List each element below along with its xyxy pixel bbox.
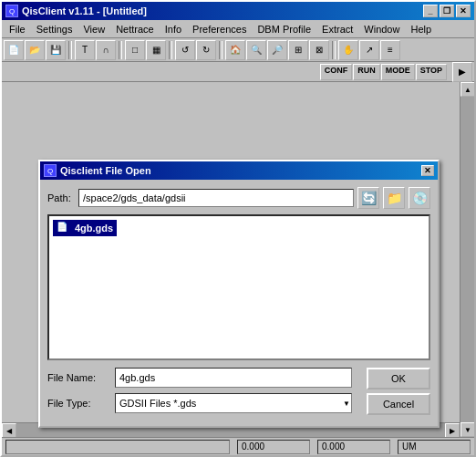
menu-preferences[interactable]: Preferences — [187, 22, 252, 36]
arrow-button[interactable]: ↗ — [359, 40, 379, 60]
drive-button[interactable]: 💿 — [409, 187, 430, 209]
home-button[interactable]: 🏠 — [225, 40, 245, 60]
coord1-value: 0.000 — [242, 441, 264, 452]
file-name-1: 4gb.gds — [75, 223, 113, 234]
extra-button[interactable]: ▶ — [452, 62, 472, 82]
scroll-left-button[interactable]: ◀ — [2, 423, 16, 437]
filetype-row: File Type: GDSII Files *.gds All Files *… — [47, 393, 352, 413]
grid-button[interactable]: ▦ — [146, 40, 166, 60]
menu-view[interactable]: View — [78, 22, 110, 36]
bottom-rows: File Name: File Type: GDSII Files *.gds … — [47, 368, 430, 419]
up-folder-button[interactable]: 📁 — [383, 187, 405, 209]
filetype-select-wrapper: GDSII Files *.gds All Files *.* ▼ — [115, 393, 352, 413]
ok-button[interactable]: OK — [367, 368, 430, 389]
filetype-select[interactable]: GDSII Files *.gds All Files *.* — [115, 393, 352, 413]
vertical-scrollbar[interactable]: ▲ ▼ — [460, 82, 474, 437]
minimize-button[interactable]: _ — [423, 5, 438, 17]
path-row: Path: 🔄 📁 💿 — [47, 187, 430, 209]
scroll-up-button[interactable]: ▲ — [460, 82, 474, 97]
status-bar: 0.000 0.000 UM — [2, 437, 474, 455]
file-item-1[interactable]: 📄 4gb.gds — [53, 220, 117, 236]
open-button[interactable]: 📂 — [25, 40, 45, 60]
arc-button[interactable]: ∩ — [96, 40, 116, 60]
menu-extract[interactable]: Extract — [316, 22, 358, 36]
menu-window[interactable]: Window — [358, 22, 405, 36]
separator-4 — [219, 41, 222, 59]
zoom-out-button[interactable]: 🔎 — [267, 40, 287, 60]
stop-button[interactable]: STOP — [416, 64, 447, 80]
menu-dbm-profile[interactable]: DBM Profile — [252, 22, 316, 36]
separator-2 — [119, 41, 122, 59]
separator-3 — [169, 41, 172, 59]
run-button[interactable]: RUN — [353, 64, 380, 80]
filename-label: File Name: — [47, 372, 111, 383]
undo-button[interactable]: ↺ — [175, 40, 195, 60]
title-bar-left: Q QisClient v1.11 - [Untitled] — [5, 5, 147, 17]
redo-button[interactable]: ↻ — [196, 40, 216, 60]
menu-file[interactable]: File — [4, 22, 31, 36]
menu-nettrace[interactable]: Nettrace — [110, 22, 160, 36]
new-button[interactable]: 📄 — [4, 40, 24, 60]
path-label: Path: — [47, 192, 75, 203]
zoom-fit-button[interactable]: ⊞ — [288, 40, 308, 60]
dialog-title-left: Q Qisclient File Open — [44, 164, 151, 177]
save-button[interactable]: 💾 — [46, 40, 66, 60]
dialog-content: Path: 🔄 📁 💿 📄 4gb.gds — [40, 180, 438, 426]
main-window: Q QisClient v1.11 - [Untitled] _ ❐ ✕ Fil… — [0, 0, 476, 457]
unit-value: UM — [402, 441, 417, 452]
title-bar: Q QisClient v1.11 - [Untitled] _ ❐ ✕ — [2, 2, 474, 20]
menu-info[interactable]: Info — [160, 22, 187, 36]
path-input[interactable] — [78, 189, 354, 207]
mode-button[interactable]: MODE — [381, 64, 415, 80]
file-open-dialog: Q Qisclient File Open ✕ Path: 🔄 📁 💿 — [38, 160, 440, 428]
file-list-area[interactable]: 📄 4gb.gds — [47, 214, 430, 360]
filename-row: File Name: — [47, 368, 352, 388]
coord2-value: 0.000 — [322, 441, 345, 452]
text-button[interactable]: T — [75, 40, 95, 60]
separator-5 — [332, 41, 336, 59]
menu-settings[interactable]: Settings — [31, 22, 78, 36]
coord1-field: 0.000 — [237, 440, 310, 454]
filetype-label: File Type: — [47, 398, 111, 409]
dialog-close-button[interactable]: ✕ — [421, 165, 434, 176]
menu-help[interactable]: Help — [405, 22, 437, 36]
unit-field: UM — [398, 440, 471, 454]
status-message — [5, 440, 230, 454]
toolbar-1: 📄 📂 💾 T ∩ □ ▦ ↺ ↻ 🏠 🔍 🔎 ⊞ ⊠ ✋ ↗ ≡ — [2, 38, 474, 62]
zoom-sel-button[interactable]: ⊠ — [309, 40, 329, 60]
scroll-right-button[interactable]: ▶ — [445, 423, 460, 437]
rect-button[interactable]: □ — [125, 40, 145, 60]
title-bar-buttons: _ ❐ ✕ — [423, 5, 471, 17]
dialog-title-bar: Q Qisclient File Open ✕ — [40, 161, 438, 180]
refresh-path-button[interactable]: 🔄 — [357, 187, 379, 209]
file-icon-1: 📄 — [57, 222, 71, 234]
maximize-button[interactable]: ❐ — [440, 5, 454, 17]
filename-input[interactable] — [115, 368, 352, 388]
toolbar-2: CONF RUN MODE STOP ▶ — [2, 62, 474, 82]
dialog-app-icon: Q — [44, 164, 57, 177]
dialog-title: Qisclient File Open — [60, 165, 151, 176]
cancel-button[interactable]: Cancel — [367, 393, 430, 415]
pan-button[interactable]: ✋ — [338, 40, 358, 60]
zoom-in-button[interactable]: 🔍 — [246, 40, 266, 60]
conf-button[interactable]: CONF — [320, 64, 353, 80]
coord2-field: 0.000 — [317, 440, 390, 454]
menu-bar: File Settings View Nettrace Info Prefere… — [2, 20, 474, 38]
bottom-fields: File Name: File Type: GDSII Files *.gds … — [47, 368, 352, 419]
dialog-buttons: OK Cancel — [367, 368, 430, 419]
separator-1 — [68, 41, 72, 59]
content-area: ▲ ▼ ◀ ▶ Q Qisclient File Open ✕ — [2, 82, 474, 437]
menu-button[interactable]: ≡ — [380, 40, 400, 60]
app-icon: Q — [5, 5, 18, 17]
app-title: QisClient v1.11 - [Untitled] — [22, 5, 147, 16]
close-button[interactable]: ✕ — [456, 5, 471, 17]
scroll-track-v[interactable] — [460, 97, 474, 422]
scroll-down-button[interactable]: ▼ — [460, 422, 474, 437]
